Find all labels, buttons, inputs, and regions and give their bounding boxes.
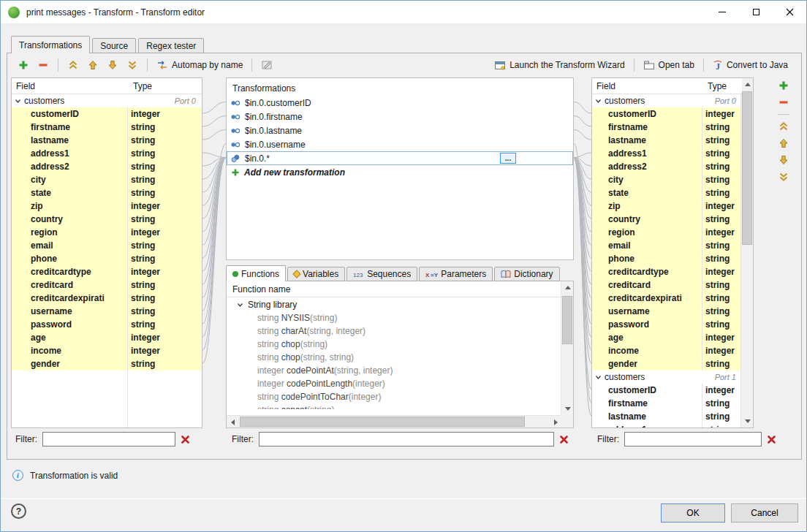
function-item[interactable]: string NYSIIS(string) (227, 311, 562, 324)
scroll-left-icon[interactable] (227, 416, 239, 428)
field-row[interactable]: customerIDinteger (592, 107, 742, 121)
field-row[interactable]: regioninteger (592, 226, 742, 239)
scroll-up-icon[interactable] (741, 78, 754, 91)
clear-filter-icon[interactable] (767, 435, 776, 444)
move-top-button[interactable] (777, 120, 790, 133)
move-up-button[interactable] (84, 57, 102, 73)
field-row[interactable]: statestring (12, 186, 202, 200)
move-bottom-button[interactable] (777, 170, 790, 183)
field-row[interactable]: creditcardstring (12, 278, 202, 292)
string-library-node[interactable]: String library (227, 298, 562, 311)
clear-filter-icon[interactable] (559, 435, 569, 444)
field-row[interactable]: creditcardstring (592, 278, 742, 292)
field-row[interactable]: citystring (592, 173, 742, 186)
field-row[interactable]: firstnamestring (592, 397, 742, 410)
chevron-down-icon[interactable] (14, 97, 23, 105)
scroll-down-icon[interactable] (741, 415, 754, 428)
field-row[interactable]: genderstring (12, 357, 202, 370)
move-bottom-button[interactable] (124, 57, 141, 73)
group-row[interactable]: customersPort 0 (592, 94, 742, 107)
group-row[interactable]: customersPort 1 (592, 370, 742, 384)
transformation-item[interactable]: $in.0.lastname (227, 123, 573, 137)
open-tab-button[interactable]: Open tab (640, 58, 697, 73)
function-name-header[interactable]: Function name (227, 281, 573, 297)
field-row[interactable]: lastnamestring (592, 134, 742, 147)
function-item[interactable]: string charAt(string, integer) (227, 324, 562, 338)
function-item[interactable]: integer codePointLength(integer) (227, 377, 562, 390)
field-row[interactable]: address1string (12, 147, 202, 160)
scrollbar-thumb[interactable] (240, 417, 525, 427)
minimize-button[interactable] (705, 1, 739, 24)
add-output-field-button[interactable] (777, 79, 790, 92)
help-button[interactable]: ? (11, 503, 26, 519)
field-row[interactable]: countrystring (592, 213, 742, 226)
vertical-scrollbar[interactable] (740, 78, 753, 428)
launch-wizard-button[interactable]: Launch the Transform Wizard (491, 58, 627, 73)
automap-options-button[interactable] (258, 57, 276, 73)
field-row[interactable]: address1string (592, 423, 742, 428)
add-transformation-button[interactable]: Add new transformation (227, 165, 573, 179)
field-row[interactable]: ageinteger (12, 331, 202, 344)
column-header-type[interactable]: Type (702, 78, 731, 94)
function-item[interactable]: integer codePointAt(string, integer) (227, 364, 562, 377)
tab-variables[interactable]: Variables (287, 267, 345, 281)
field-row[interactable]: usernamestring (592, 305, 742, 318)
edit-transformation-button[interactable]: ... (500, 153, 516, 164)
remove-output-field-button[interactable] (777, 96, 790, 109)
filter-input[interactable] (42, 432, 175, 446)
column-header-field[interactable]: Field (592, 78, 702, 94)
tab-dictionary[interactable]: Dictionary (494, 267, 559, 281)
filter-input[interactable] (259, 432, 554, 446)
scroll-down-icon[interactable] (561, 403, 574, 415)
ok-button[interactable]: OK (661, 503, 725, 522)
function-item[interactable]: string chop(string) (227, 338, 562, 351)
scrollbar-thumb[interactable] (562, 296, 572, 344)
close-button[interactable] (773, 1, 806, 24)
remove-field-button[interactable] (34, 57, 52, 73)
maximize-button[interactable] (739, 1, 773, 24)
field-row[interactable]: incomeinteger (12, 344, 202, 357)
field-row[interactable]: firstnamestring (592, 121, 742, 134)
field-row[interactable]: address2string (12, 160, 202, 173)
vertical-scrollbar[interactable] (561, 281, 573, 415)
field-row[interactable]: address1string (592, 147, 742, 160)
move-top-button[interactable] (64, 57, 82, 73)
group-row[interactable]: customersPort 0 (12, 94, 202, 107)
tab-regex-tester[interactable]: Regex tester (138, 38, 204, 53)
automap-by-name-button[interactable]: Automap by name (154, 57, 246, 73)
field-row[interactable]: firstnamestring (12, 121, 202, 134)
function-item[interactable]: string codePointToChar(integer) (227, 390, 562, 403)
field-row[interactable]: incomeinteger (592, 344, 742, 357)
tab-transformations[interactable]: Transformations (11, 36, 90, 53)
field-row[interactable]: address2string (592, 160, 742, 173)
field-row[interactable]: zipinteger (592, 200, 742, 213)
field-row[interactable]: zipinteger (12, 200, 202, 213)
field-row[interactable]: lastnamestring (592, 410, 742, 423)
add-field-button[interactable] (15, 57, 32, 73)
field-row[interactable]: phonestring (592, 252, 742, 265)
chevron-down-icon[interactable] (594, 373, 604, 381)
transformation-item[interactable]: $in.0.*... (227, 151, 573, 165)
move-down-button[interactable] (104, 57, 121, 73)
move-up-button[interactable] (777, 137, 790, 150)
field-row[interactable]: ageinteger (592, 331, 742, 344)
field-row[interactable]: regioninteger (12, 226, 202, 239)
field-row[interactable]: statestring (592, 186, 742, 200)
transformation-item[interactable]: $in.0.firstname (227, 110, 573, 123)
tab-source[interactable]: Source (92, 38, 136, 53)
chevron-down-icon[interactable] (236, 301, 246, 309)
function-item[interactable]: string concat(string) (227, 403, 562, 409)
field-row[interactable]: phonestring (12, 252, 202, 265)
field-row[interactable]: usernamestring (12, 305, 202, 318)
cancel-button[interactable]: Cancel (731, 503, 798, 522)
tab-sequences[interactable]: 123Sequences (346, 267, 417, 281)
field-row[interactable]: creditcardtypeinteger (592, 265, 742, 278)
tab-parameters[interactable]: X=YParameters (419, 267, 493, 281)
field-row[interactable]: creditcardtypeinteger (12, 265, 202, 278)
field-row[interactable]: customerIDinteger (592, 384, 742, 397)
function-item[interactable]: string chop(string, string) (227, 351, 562, 364)
column-header-type[interactable]: Type (127, 78, 156, 94)
field-row[interactable]: citystring (12, 173, 202, 186)
field-row[interactable]: lastnamestring (12, 134, 202, 147)
scroll-up-icon[interactable] (561, 281, 574, 294)
